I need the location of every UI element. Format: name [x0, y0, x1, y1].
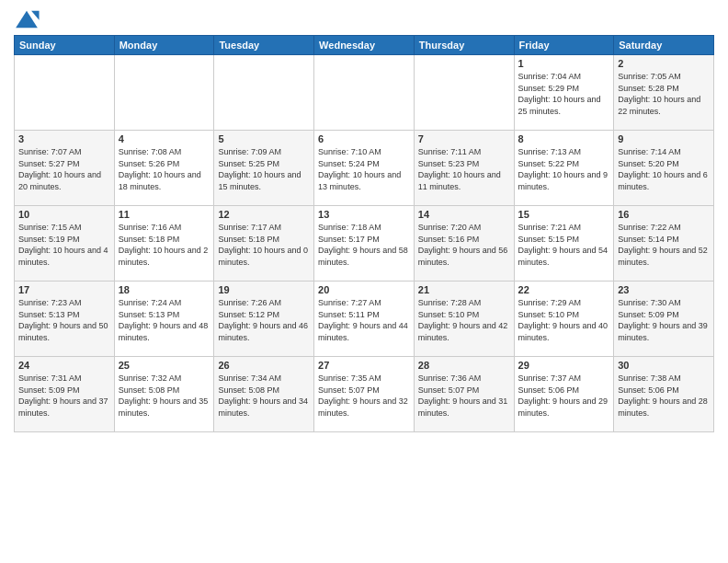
- calendar-week-4: 17Sunrise: 7:23 AM Sunset: 5:13 PM Dayli…: [15, 282, 714, 357]
- day-number: 13: [318, 209, 410, 220]
- calendar-cell: 26Sunrise: 7:34 AM Sunset: 5:08 PM Dayli…: [214, 357, 314, 432]
- weekday-header-sunday: Sunday: [15, 36, 115, 55]
- day-number: 26: [218, 360, 310, 371]
- day-info: Sunrise: 7:18 AM Sunset: 5:17 PM Dayligh…: [318, 222, 410, 268]
- calendar-cell: 8Sunrise: 7:13 AM Sunset: 5:22 PM Daylig…: [514, 131, 614, 206]
- day-info: Sunrise: 7:20 AM Sunset: 5:16 PM Dayligh…: [418, 222, 510, 268]
- day-info: Sunrise: 7:14 AM Sunset: 5:20 PM Dayligh…: [618, 146, 710, 192]
- calendar-week-5: 24Sunrise: 7:31 AM Sunset: 5:09 PM Dayli…: [15, 357, 714, 432]
- day-info: Sunrise: 7:22 AM Sunset: 5:14 PM Dayligh…: [618, 222, 710, 268]
- calendar-cell: 21Sunrise: 7:28 AM Sunset: 5:10 PM Dayli…: [414, 282, 514, 357]
- day-info: Sunrise: 7:13 AM Sunset: 5:22 PM Dayligh…: [518, 146, 610, 192]
- calendar-cell: [15, 55, 115, 131]
- weekday-header-wednesday: Wednesday: [314, 36, 415, 55]
- calendar-cell: 12Sunrise: 7:17 AM Sunset: 5:18 PM Dayli…: [214, 206, 314, 282]
- calendar-cell: 7Sunrise: 7:11 AM Sunset: 5:23 PM Daylig…: [414, 131, 514, 206]
- day-info: Sunrise: 7:15 AM Sunset: 5:19 PM Dayligh…: [18, 222, 110, 268]
- day-info: Sunrise: 7:11 AM Sunset: 5:23 PM Dayligh…: [418, 146, 510, 192]
- calendar-cell: 29Sunrise: 7:37 AM Sunset: 5:06 PM Dayli…: [514, 357, 614, 432]
- day-info: Sunrise: 7:23 AM Sunset: 5:13 PM Dayligh…: [18, 297, 110, 343]
- calendar-cell: 10Sunrise: 7:15 AM Sunset: 5:19 PM Dayli…: [15, 206, 115, 282]
- day-info: Sunrise: 7:29 AM Sunset: 5:10 PM Dayligh…: [518, 297, 610, 343]
- weekday-header-monday: Monday: [114, 36, 214, 55]
- day-number: 18: [119, 284, 210, 295]
- day-info: Sunrise: 7:09 AM Sunset: 5:25 PM Dayligh…: [218, 146, 310, 192]
- calendar-cell: [214, 55, 314, 131]
- logo: [14, 9, 43, 29]
- calendar-cell: 23Sunrise: 7:30 AM Sunset: 5:09 PM Dayli…: [614, 282, 714, 357]
- calendar-week-1: 1Sunrise: 7:04 AM Sunset: 5:29 PM Daylig…: [15, 55, 714, 131]
- day-number: 30: [618, 360, 710, 371]
- day-info: Sunrise: 7:21 AM Sunset: 5:15 PM Dayligh…: [518, 222, 610, 268]
- calendar-cell: 30Sunrise: 7:38 AM Sunset: 5:06 PM Dayli…: [614, 357, 714, 432]
- day-info: Sunrise: 7:32 AM Sunset: 5:08 PM Dayligh…: [119, 373, 210, 419]
- day-info: Sunrise: 7:27 AM Sunset: 5:11 PM Dayligh…: [318, 297, 410, 343]
- day-number: 28: [418, 360, 510, 371]
- page-container: SundayMondayTuesdayWednesdayThursdayFrid…: [0, 0, 728, 563]
- day-number: 17: [18, 284, 110, 295]
- calendar-cell: [314, 55, 415, 131]
- calendar-cell: 24Sunrise: 7:31 AM Sunset: 5:09 PM Dayli…: [15, 357, 115, 432]
- day-info: Sunrise: 7:26 AM Sunset: 5:12 PM Dayligh…: [218, 297, 310, 343]
- day-info: Sunrise: 7:37 AM Sunset: 5:06 PM Dayligh…: [518, 373, 610, 419]
- day-info: Sunrise: 7:07 AM Sunset: 5:27 PM Dayligh…: [18, 146, 110, 192]
- calendar-table: SundayMondayTuesdayWednesdayThursdayFrid…: [14, 35, 714, 432]
- calendar-cell: 3Sunrise: 7:07 AM Sunset: 5:27 PM Daylig…: [15, 131, 115, 206]
- day-number: 1: [518, 58, 610, 69]
- day-number: 22: [518, 284, 610, 295]
- page-header: [14, 9, 714, 29]
- weekday-header-thursday: Thursday: [414, 36, 514, 55]
- day-number: 9: [618, 133, 710, 144]
- day-info: Sunrise: 7:10 AM Sunset: 5:24 PM Dayligh…: [318, 146, 410, 192]
- day-info: Sunrise: 7:17 AM Sunset: 5:18 PM Dayligh…: [218, 222, 310, 268]
- calendar-cell: 6Sunrise: 7:10 AM Sunset: 5:24 PM Daylig…: [314, 131, 415, 206]
- day-number: 6: [318, 133, 410, 144]
- day-number: 7: [418, 133, 510, 144]
- day-info: Sunrise: 7:24 AM Sunset: 5:13 PM Dayligh…: [119, 297, 210, 343]
- day-info: Sunrise: 7:31 AM Sunset: 5:09 PM Dayligh…: [18, 373, 110, 419]
- calendar-cell: 17Sunrise: 7:23 AM Sunset: 5:13 PM Dayli…: [15, 282, 115, 357]
- day-info: Sunrise: 7:34 AM Sunset: 5:08 PM Dayligh…: [218, 373, 310, 419]
- calendar-cell: [414, 55, 514, 131]
- day-number: 23: [618, 284, 710, 295]
- day-info: Sunrise: 7:05 AM Sunset: 5:28 PM Dayligh…: [618, 71, 710, 117]
- day-number: 29: [518, 360, 610, 371]
- calendar-cell: 28Sunrise: 7:36 AM Sunset: 5:07 PM Dayli…: [414, 357, 514, 432]
- day-info: Sunrise: 7:04 AM Sunset: 5:29 PM Dayligh…: [518, 71, 610, 117]
- day-number: 19: [218, 284, 310, 295]
- calendar-cell: [114, 55, 214, 131]
- calendar-cell: 14Sunrise: 7:20 AM Sunset: 5:16 PM Dayli…: [414, 206, 514, 282]
- calendar-cell: 5Sunrise: 7:09 AM Sunset: 5:25 PM Daylig…: [214, 131, 314, 206]
- day-number: 24: [18, 360, 110, 371]
- day-number: 4: [119, 133, 210, 144]
- calendar-cell: 16Sunrise: 7:22 AM Sunset: 5:14 PM Dayli…: [614, 206, 714, 282]
- day-info: Sunrise: 7:28 AM Sunset: 5:10 PM Dayligh…: [418, 297, 510, 343]
- logo-icon: [14, 9, 40, 29]
- calendar-cell: 2Sunrise: 7:05 AM Sunset: 5:28 PM Daylig…: [614, 55, 714, 131]
- day-number: 3: [18, 133, 110, 144]
- calendar-cell: 22Sunrise: 7:29 AM Sunset: 5:10 PM Dayli…: [514, 282, 614, 357]
- day-info: Sunrise: 7:30 AM Sunset: 5:09 PM Dayligh…: [618, 297, 710, 343]
- day-number: 20: [318, 284, 410, 295]
- day-number: 11: [119, 209, 210, 220]
- weekday-header-friday: Friday: [514, 36, 614, 55]
- day-number: 10: [18, 209, 110, 220]
- calendar-cell: 27Sunrise: 7:35 AM Sunset: 5:07 PM Dayli…: [314, 357, 415, 432]
- day-info: Sunrise: 7:35 AM Sunset: 5:07 PM Dayligh…: [318, 373, 410, 419]
- day-number: 15: [518, 209, 610, 220]
- calendar-cell: 11Sunrise: 7:16 AM Sunset: 5:18 PM Dayli…: [114, 206, 214, 282]
- calendar-cell: 20Sunrise: 7:27 AM Sunset: 5:11 PM Dayli…: [314, 282, 415, 357]
- calendar-week-2: 3Sunrise: 7:07 AM Sunset: 5:27 PM Daylig…: [15, 131, 714, 206]
- day-number: 25: [119, 360, 210, 371]
- calendar-header-row: SundayMondayTuesdayWednesdayThursdayFrid…: [15, 36, 714, 55]
- calendar-cell: 4Sunrise: 7:08 AM Sunset: 5:26 PM Daylig…: [114, 131, 214, 206]
- day-number: 8: [518, 133, 610, 144]
- day-number: 12: [218, 209, 310, 220]
- calendar-cell: 18Sunrise: 7:24 AM Sunset: 5:13 PM Dayli…: [114, 282, 214, 357]
- day-number: 16: [618, 209, 710, 220]
- calendar-week-3: 10Sunrise: 7:15 AM Sunset: 5:19 PM Dayli…: [15, 206, 714, 282]
- day-number: 5: [218, 133, 310, 144]
- day-number: 21: [418, 284, 510, 295]
- calendar-cell: 1Sunrise: 7:04 AM Sunset: 5:29 PM Daylig…: [514, 55, 614, 131]
- day-number: 27: [318, 360, 410, 371]
